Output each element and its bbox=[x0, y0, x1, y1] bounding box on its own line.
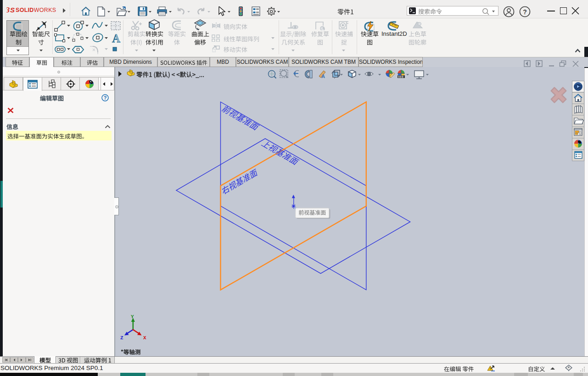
svg-text:A: A bbox=[321, 73, 325, 79]
svg-text:З: З bbox=[6, 6, 10, 14]
svg-text:?: ? bbox=[523, 8, 527, 16]
svg-text:?: ? bbox=[104, 95, 107, 101]
svg-text:Z: Z bbox=[120, 335, 123, 341]
svg-text:SOLIDWORKS: SOLIDWORKS bbox=[16, 7, 56, 13]
svg-text:X: X bbox=[143, 335, 146, 341]
svg-text:A: A bbox=[112, 32, 120, 45]
svg-text:Y: Y bbox=[131, 314, 134, 320]
svg-text:S: S bbox=[10, 6, 15, 14]
